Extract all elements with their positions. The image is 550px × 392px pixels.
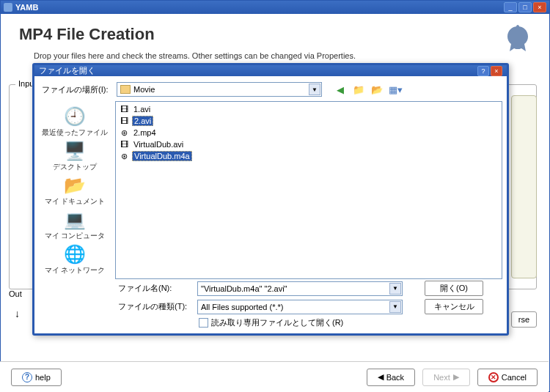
- place-icon: 🕘: [63, 106, 87, 127]
- cancel-icon: ✕: [488, 372, 499, 382]
- help-icon: ?: [22, 372, 32, 382]
- dialog-toolbar: ファイルの場所(I): Movie ▼ ◀ 📁 📂 ▦▾: [39, 81, 502, 101]
- file-icon: 🎞: [119, 116, 129, 126]
- file-icon: 🎞: [119, 139, 129, 149]
- nav-up-icon[interactable]: 📁: [351, 82, 367, 97]
- chevron-down-icon[interactable]: ▼: [389, 283, 401, 295]
- back-arrow-icon: ◀: [378, 372, 384, 382]
- place-0[interactable]: 🕘最近使ったファイル: [42, 104, 108, 138]
- views-icon[interactable]: ▦▾: [387, 82, 403, 97]
- chevron-down-icon[interactable]: ▼: [389, 301, 401, 313]
- file-item[interactable]: 🎞VirtualDub.avi: [117, 138, 500, 150]
- next-arrow-icon: ▶: [453, 372, 459, 382]
- next-button: Next ▶: [422, 369, 470, 386]
- filetype-value: All Files supported (*.*): [201, 303, 284, 311]
- filename-input[interactable]: "VirtualDub.m4a" "2.avi" ▼: [197, 281, 403, 296]
- dialog-close-button[interactable]: ×: [491, 66, 502, 76]
- titlebar: YAMB _ □ ×: [1, 1, 549, 14]
- file-list[interactable]: 🎞1.avi🎞2.avi⊛2.mp4🎞VirtualDub.avi⊛Virtua…: [115, 101, 502, 279]
- lookin-combo[interactable]: Movie ▼: [117, 82, 322, 97]
- gnome-foot-logo: [500, 22, 535, 57]
- dialog-title: ファイルを開く: [39, 65, 476, 76]
- next-label: Next: [433, 373, 450, 382]
- filetype-combo[interactable]: All Files supported (*.*) ▼: [197, 300, 403, 314]
- output-legend: Out: [9, 289, 22, 298]
- place-label: マイ コンピュータ: [45, 232, 106, 240]
- file-item[interactable]: ⊛2.mp4: [117, 127, 500, 138]
- maximize-button[interactable]: □: [518, 2, 532, 12]
- place-icon: 🌐: [63, 244, 87, 265]
- close-button[interactable]: ×: [533, 2, 546, 12]
- place-label: マイ ドキュメント: [45, 197, 106, 205]
- page-title: MP4 File Creation: [19, 25, 535, 44]
- dialog-cancel-button[interactable]: キャンセル: [425, 299, 483, 314]
- place-icon: 🖥️: [63, 141, 87, 161]
- file-item[interactable]: 🎞2.avi: [117, 115, 500, 127]
- place-label: 最近使ったファイル: [42, 128, 108, 136]
- file-icon: 🎞: [119, 104, 129, 114]
- cancel-label: Cancel: [502, 373, 527, 382]
- bottombar: ? help ◀ Back Next ▶ ✕ Cancel: [0, 361, 549, 392]
- file-name: VirtualDub.avi: [132, 140, 185, 149]
- readonly-checkbox[interactable]: [199, 318, 208, 328]
- filetype-label: ファイルの種類(T):: [39, 301, 193, 312]
- place-1[interactable]: 🖥️デスクトップ: [42, 138, 108, 173]
- file-name: VirtualDub.m4a: [132, 151, 192, 161]
- lookin-value: Movie: [133, 85, 155, 94]
- place-icon: 📂: [63, 175, 87, 196]
- file-name: 1.avi: [132, 105, 152, 114]
- new-folder-icon[interactable]: 📂: [369, 82, 385, 97]
- app-icon: [4, 3, 12, 12]
- file-item[interactable]: 🎞1.avi: [117, 103, 500, 115]
- nav-back-icon[interactable]: ◀: [332, 82, 348, 97]
- readonly-label: 読み取り専用ファイルとして開く(R): [211, 317, 343, 328]
- place-3[interactable]: 💻マイ コンピュータ: [42, 207, 108, 242]
- file-name: 2.mp4: [132, 128, 158, 137]
- help-label: help: [35, 373, 51, 382]
- chevron-down-icon[interactable]: ▼: [309, 84, 320, 95]
- place-2[interactable]: 📂マイ ドキュメント: [42, 173, 108, 207]
- filename-value: "VirtualDub.m4a" "2.avi": [201, 284, 287, 293]
- page-subtitle: Drop your files here and check the strea…: [34, 51, 535, 60]
- file-name: 2.avi: [132, 116, 153, 126]
- place-icon: 💻: [63, 210, 87, 230]
- folder-icon: [120, 85, 131, 94]
- place-label: マイ ネットワーク: [45, 266, 106, 274]
- dialog-titlebar: ファイルを開く ? ×: [34, 65, 507, 76]
- file-icon: ⊛: [119, 127, 129, 138]
- place-label: デスクトップ: [53, 163, 97, 171]
- file-icon: ⊛: [119, 151, 129, 161]
- help-button[interactable]: ? help: [11, 369, 62, 386]
- down-arrow-icon: ↓: [15, 308, 20, 319]
- open-button[interactable]: 開く(O): [425, 281, 483, 296]
- file-open-dialog: ファイルを開く ? × ファイルの場所(I): Movie ▼ ◀ 📁 📂 ▦▾…: [32, 63, 509, 336]
- lookin-label: ファイルの場所(I):: [39, 84, 112, 95]
- back-label: Back: [386, 373, 404, 382]
- back-button[interactable]: ◀ Back: [367, 369, 415, 386]
- file-item[interactable]: ⊛VirtualDub.m4a: [117, 150, 500, 162]
- minimize-button[interactable]: _: [504, 2, 517, 12]
- place-4[interactable]: 🌐マイ ネットワーク: [42, 242, 108, 276]
- dialog-help-button[interactable]: ?: [477, 66, 489, 76]
- places-bar: 🕘最近使ったファイル🖥️デスクトップ📂マイ ドキュメント💻マイ コンピュータ🌐マ…: [39, 101, 111, 279]
- window-title: YAMB: [15, 3, 504, 12]
- browse-button-partial[interactable]: rse: [511, 311, 537, 328]
- filename-label: ファイル名(N):: [39, 283, 193, 294]
- cancel-button[interactable]: ✕ Cancel: [477, 369, 538, 386]
- browse-strip[interactable]: [511, 95, 537, 278]
